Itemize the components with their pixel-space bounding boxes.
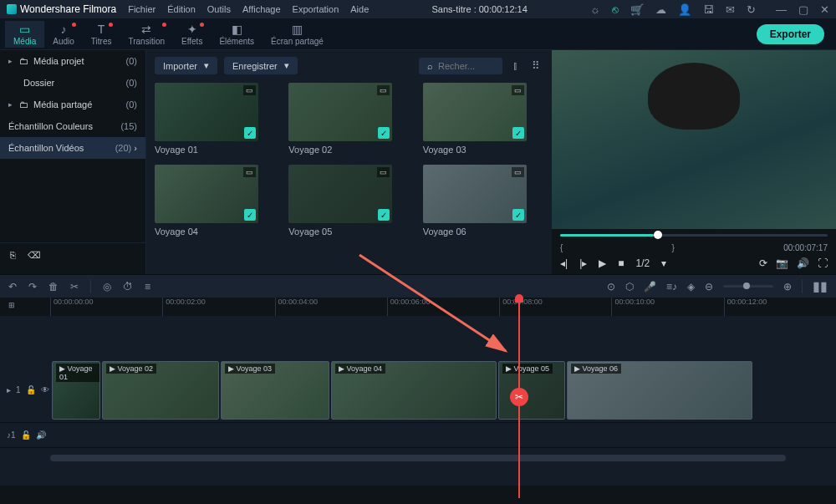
voiceover-icon[interactable]: 🎤: [644, 281, 656, 293]
thumbnail-image[interactable]: ▭✓: [423, 165, 527, 223]
menu-file[interactable]: Fichier: [128, 4, 155, 14]
zoom-in-button[interactable]: ⊕: [783, 281, 792, 293]
save-dropdown[interactable]: Enregistrer ▾: [224, 57, 298, 74]
thumbnail-item[interactable]: ▭✓Voyage 04: [155, 165, 275, 237]
track-toggle-icon[interactable]: ▸: [7, 385, 11, 395]
thumbnail-image[interactable]: ▭✓: [155, 83, 258, 141]
export-button[interactable]: Exporter: [757, 24, 824, 44]
mute-icon[interactable]: 🔊: [36, 430, 46, 440]
sidebar-item-shared-media[interactable]: ▸🗀 Média partagé (0): [0, 94, 145, 115]
new-folder-icon[interactable]: ⎘: [10, 250, 16, 261]
adjust-button[interactable]: ≡: [145, 281, 150, 293]
visibility-icon[interactable]: 👁: [41, 385, 49, 395]
timeline-clip[interactable]: ▶ Voyage 06: [567, 361, 752, 420]
next-frame-button[interactable]: |▸: [579, 257, 587, 269]
menu-edit[interactable]: Édition: [167, 4, 196, 14]
render-icon[interactable]: ⊙: [607, 281, 615, 293]
thumbnail-image[interactable]: ▭✓: [288, 83, 392, 141]
timeline-clip[interactable]: ▶ Voyage 03: [221, 361, 329, 420]
tab-splitscreen[interactable]: ▥Écran partagé: [263, 21, 332, 48]
timeline-clip[interactable]: ▶ Voyage 05: [498, 361, 565, 420]
thumbnail-item[interactable]: ▭✓Voyage 05: [288, 165, 409, 237]
menu-export[interactable]: Exportation: [293, 4, 339, 14]
thumbnail-image[interactable]: ▭✓: [423, 83, 527, 141]
thumbnail-item[interactable]: ▭✓Voyage 01: [155, 83, 275, 155]
timeline-clip[interactable]: ▶ Voyage 01: [52, 361, 100, 420]
filter-icon[interactable]: ⫿: [509, 59, 522, 72]
playhead[interactable]: ✂: [518, 298, 520, 498]
account-icon[interactable]: 👤: [678, 3, 691, 16]
search-input[interactable]: [438, 61, 488, 71]
tab-transition[interactable]: ⇄Transition: [120, 21, 173, 48]
sidebar-item-project-media[interactable]: ▸🗀 Média projet (0): [0, 50, 145, 72]
preview-viewport[interactable]: [552, 50, 836, 229]
undo-button[interactable]: ↶: [8, 281, 17, 293]
sidebar-item-sample-videos[interactable]: Échantillon Vidéos (20) ›: [0, 137, 145, 159]
import-dropdown[interactable]: Importer ▾: [155, 57, 217, 74]
zoom-out-button[interactable]: ⊖: [705, 281, 713, 293]
chevron-down-icon[interactable]: ▾: [661, 257, 666, 269]
crop-button[interactable]: ◎: [103, 281, 111, 293]
thumbnail-item[interactable]: ▭✓Voyage 03: [423, 83, 543, 155]
snapshot-icon[interactable]: 📷: [776, 257, 788, 269]
keyframe-icon[interactable]: ◈: [687, 281, 695, 293]
message-icon[interactable]: ✉: [726, 3, 735, 16]
support-icon[interactable]: ⎋: [612, 3, 619, 16]
track-manager-icon[interactable]: ⊞: [8, 301, 15, 309]
marker-icon[interactable]: ⬡: [625, 281, 634, 293]
cut-button[interactable]: ✂: [70, 281, 79, 293]
sidebar-item-folder[interactable]: Dossier (0): [0, 72, 145, 94]
lock-icon[interactable]: 🔓: [21, 430, 31, 440]
history-icon[interactable]: ↻: [747, 3, 756, 16]
splitscreen-icon: ▥: [292, 23, 303, 36]
tips-icon[interactable]: ☼: [590, 3, 600, 16]
scrub-handle[interactable]: [654, 231, 662, 239]
thumbnail-item[interactable]: ▭✓Voyage 02: [288, 83, 409, 155]
fullscreen-icon[interactable]: ⛶: [818, 257, 828, 269]
scrub-bar[interactable]: [560, 234, 828, 237]
delete-button[interactable]: 🗑: [48, 281, 59, 293]
mixer-icon[interactable]: ≡♪: [666, 281, 677, 293]
minimize-button[interactable]: —: [776, 3, 787, 16]
play-button[interactable]: ▶: [599, 257, 606, 269]
quality-icon[interactable]: ⟳: [759, 257, 767, 269]
menu-view[interactable]: Affichage: [242, 4, 281, 14]
zoom-slider[interactable]: [723, 285, 773, 288]
main-area: ▸🗀 Média projet (0) Dossier (0) ▸🗀 Média…: [0, 50, 836, 274]
time-ruler[interactable]: ⊞ 00:00:00:0000:00:02:0000:00:04:0000:00…: [0, 298, 836, 316]
close-button[interactable]: ✕: [820, 3, 829, 16]
timeline-clip[interactable]: ▶ Voyage 04: [331, 361, 497, 420]
tab-elements[interactable]: ◧Éléments: [211, 21, 263, 48]
tab-effects[interactable]: ✦Effets: [173, 21, 211, 48]
speed-label[interactable]: 1/2: [636, 257, 650, 269]
lock-icon[interactable]: 🔓: [26, 385, 36, 395]
divider: [802, 280, 803, 293]
prev-frame-button[interactable]: ◂|: [560, 257, 568, 269]
media-type-icon: ▭: [243, 167, 256, 177]
save-icon[interactable]: 🖫: [703, 3, 714, 16]
thumbnail-image[interactable]: ▭✓: [155, 165, 258, 223]
cloud-icon[interactable]: ☁: [655, 3, 666, 16]
tab-media[interactable]: ▭Média: [5, 21, 44, 48]
tab-titles[interactable]: TTitres: [83, 21, 120, 48]
volume-icon[interactable]: 🔊: [797, 257, 809, 269]
delete-folder-icon[interactable]: ⌫: [28, 250, 41, 261]
redo-button[interactable]: ↷: [28, 281, 37, 293]
menu-tools[interactable]: Outils: [207, 4, 231, 14]
scissors-icon[interactable]: ✂: [510, 388, 528, 406]
grid-view-icon[interactable]: ⠿: [528, 59, 543, 72]
horizontal-scrollbar[interactable]: [50, 455, 786, 461]
stop-button[interactable]: ■: [618, 257, 624, 269]
maximize-button[interactable]: ▢: [798, 3, 808, 16]
cart-icon[interactable]: 🛒: [630, 3, 644, 16]
search-box[interactable]: ⌕: [419, 58, 502, 74]
video-track-content[interactable]: ▶ Voyage 01▶ Voyage 02▶ Voyage 03▶ Voyag…: [50, 361, 836, 420]
timeline-clip[interactable]: ▶ Voyage 02: [102, 361, 219, 420]
tab-audio[interactable]: ♪Audio: [44, 21, 83, 48]
timeline-toggle-icon[interactable]: ▮▮: [813, 278, 828, 294]
thumbnail-item[interactable]: ▭✓Voyage 06: [423, 165, 543, 237]
menu-help[interactable]: Aide: [350, 4, 369, 14]
thumbnail-image[interactable]: ▭✓: [288, 165, 392, 223]
sidebar-item-sample-colors[interactable]: Échantillon Couleurs (15): [0, 115, 145, 137]
speed-button[interactable]: ⏱: [123, 281, 133, 293]
